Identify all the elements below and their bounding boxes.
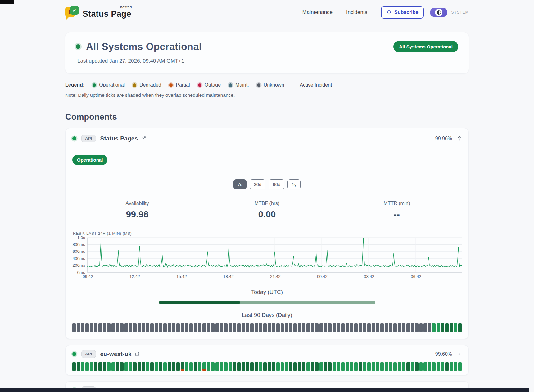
uptime-day-tick[interactable] (432, 323, 436, 332)
uptime-day-tick[interactable] (138, 323, 141, 332)
uptime-day-tick[interactable] (168, 362, 171, 371)
uptime-day-tick[interactable] (133, 362, 137, 371)
uptime-day-tick[interactable] (432, 362, 436, 371)
uptime-day-tick[interactable] (124, 323, 128, 332)
uptime-day-tick[interactable] (350, 323, 353, 332)
uptime-day-tick[interactable] (72, 362, 76, 371)
uptime-day-tick[interactable] (142, 323, 145, 332)
uptime-day-tick[interactable] (120, 323, 124, 332)
uptime-day-tick[interactable] (163, 362, 167, 371)
uptime-day-tick[interactable] (376, 323, 379, 332)
uptime-day-tick[interactable] (311, 323, 314, 332)
uptime-day-tick[interactable] (398, 323, 401, 332)
uptime-day-tick[interactable] (207, 323, 210, 332)
uptime-day-tick[interactable] (72, 323, 76, 332)
uptime-day-tick[interactable] (311, 362, 314, 371)
uptime-day-tick[interactable] (189, 323, 193, 332)
uptime-day-tick[interactable] (202, 323, 206, 332)
uptime-day-tick[interactable] (120, 362, 124, 371)
nav-maintenance[interactable]: Maintenance (302, 9, 333, 16)
uptime-day-tick[interactable] (233, 362, 236, 371)
subscribe-button[interactable]: Subscribe (381, 6, 424, 19)
range-button-90d[interactable]: 90d (269, 179, 284, 189)
uptime-day-tick[interactable] (285, 323, 288, 332)
uptime-day-tick[interactable] (246, 323, 249, 332)
uptime-day-tick[interactable] (454, 323, 457, 332)
uptime-day-tick[interactable] (441, 362, 444, 371)
uptime-day-tick[interactable] (237, 323, 241, 332)
uptime-day-tick[interactable] (90, 323, 93, 332)
uptime-day-tick[interactable] (94, 323, 97, 332)
uptime-day-tick[interactable] (359, 362, 362, 371)
uptime-day-tick[interactable] (437, 323, 440, 332)
uptime-day-tick[interactable] (81, 323, 84, 332)
uptime-day-tick[interactable] (306, 362, 310, 371)
logo[interactable]: ! ✓ hosted Status Page (65, 6, 131, 19)
uptime-day-tick[interactable] (263, 323, 267, 332)
uptime-day-tick[interactable] (250, 362, 254, 371)
uptime-day-tick[interactable] (306, 323, 310, 332)
uptime-day-tick[interactable] (298, 362, 301, 371)
uptime-day-tick[interactable] (367, 323, 371, 332)
uptime-day-tick[interactable] (124, 362, 128, 371)
uptime-day-tick[interactable] (224, 362, 228, 371)
uptime-day-tick[interactable] (268, 323, 271, 332)
uptime-day-tick[interactable] (411, 362, 414, 371)
uptime-day-tick[interactable] (333, 323, 336, 332)
uptime-day-tick[interactable] (289, 323, 292, 332)
uptime-day-tick[interactable] (211, 323, 215, 332)
uptime-day-tick[interactable] (324, 362, 327, 371)
uptime-day-tick[interactable] (385, 362, 388, 371)
uptime-day-tick[interactable] (363, 362, 366, 371)
uptime-day-tick[interactable] (319, 323, 323, 332)
uptime-day-tick[interactable] (185, 323, 188, 332)
uptime-day-tick[interactable] (172, 323, 175, 332)
uptime-day-tick[interactable] (315, 362, 319, 371)
uptime-day-tick[interactable] (229, 323, 232, 332)
external-link-icon[interactable] (135, 352, 140, 357)
uptime-day-tick[interactable] (150, 323, 154, 332)
uptime-day-tick[interactable] (111, 362, 115, 371)
uptime-day-tick[interactable] (458, 362, 462, 371)
uptime-day-tick[interactable] (406, 323, 410, 332)
uptime-day-tick[interactable] (181, 323, 184, 332)
uptime-day-tick[interactable] (389, 323, 392, 332)
uptime-day-tick[interactable] (376, 362, 379, 371)
uptime-day-tick[interactable] (341, 323, 345, 332)
uptime-day-tick[interactable] (194, 362, 197, 371)
uptime-day-tick[interactable] (354, 323, 358, 332)
uptime-day-tick[interactable] (146, 362, 149, 371)
uptime-day-tick[interactable] (250, 323, 254, 332)
uptime-day-tick[interactable] (398, 362, 401, 371)
uptime-day-tick[interactable] (359, 323, 362, 332)
uptime-day-tick[interactable] (441, 323, 444, 332)
uptime-day-tick[interactable] (341, 362, 345, 371)
uptime-day-tick[interactable] (337, 362, 340, 371)
uptime-day-tick[interactable] (98, 362, 102, 371)
uptime-day-tick[interactable] (202, 362, 206, 371)
uptime-day-tick[interactable] (406, 362, 410, 371)
uptime-day-tick[interactable] (242, 362, 245, 371)
range-button-1y[interactable]: 1y (287, 179, 301, 189)
uptime-day-tick[interactable] (168, 323, 171, 332)
uptime-day-tick[interactable] (454, 362, 457, 371)
uptime-day-tick[interactable] (103, 362, 106, 371)
uptime-day-tick[interactable] (138, 362, 141, 371)
uptime-day-tick[interactable] (98, 323, 102, 332)
uptime-day-tick[interactable] (116, 362, 119, 371)
uptime-day-tick[interactable] (423, 362, 427, 371)
uptime-day-tick[interactable] (337, 323, 340, 332)
uptime-day-tick[interactable] (211, 362, 215, 371)
uptime-day-tick[interactable] (207, 362, 210, 371)
uptime-day-tick[interactable] (293, 323, 297, 332)
uptime-day-tick[interactable] (268, 362, 271, 371)
uptime-day-tick[interactable] (116, 323, 119, 332)
uptime-day-tick[interactable] (328, 323, 332, 332)
uptime-day-tick[interactable] (346, 323, 349, 332)
uptime-day-tick[interactable] (428, 323, 431, 332)
uptime-day-tick[interactable] (367, 362, 371, 371)
uptime-day-tick[interactable] (155, 362, 158, 371)
uptime-day-tick[interactable] (233, 323, 236, 332)
uptime-day-tick[interactable] (437, 362, 440, 371)
uptime-day-tick[interactable] (215, 323, 219, 332)
